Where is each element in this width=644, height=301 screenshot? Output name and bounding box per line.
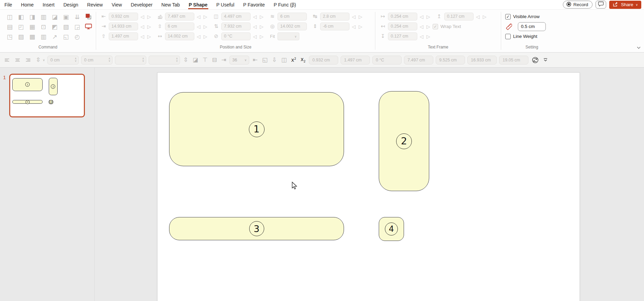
two-columns-icon[interactable]: ▣ — [63, 14, 69, 20]
fit-height-icon[interactable]: ⇳ — [182, 57, 189, 63]
chart-bars-icon[interactable]: ▨ — [18, 34, 24, 40]
center-shape-icon[interactable]: ◫ — [280, 57, 288, 63]
measure-6-input[interactable]: 16.933 cm — [467, 56, 497, 64]
font-size-select[interactable]: 36∨ — [229, 56, 249, 64]
spacing-spinner-steppers[interactable]: ∧∨ — [142, 58, 144, 62]
left-position-increase-button[interactable]: ▷ — [147, 14, 152, 19]
measure-4-input[interactable]: 7.497 cm — [404, 56, 433, 64]
visible-arrow-checkbox[interactable]: ✓Visible Arrow — [505, 14, 540, 19]
center-y-input[interactable]: 7.932 cm — [221, 23, 251, 30]
shape-4[interactable]: 4 — [379, 217, 404, 241]
resize-width-icon[interactable]: ◫ — [7, 14, 13, 20]
center-x-input[interactable]: 4.497 cm — [221, 13, 251, 20]
send-backward-icon[interactable]: ◪ — [52, 14, 58, 20]
gap-height-input[interactable]: -6 cm — [320, 23, 349, 30]
offset-y-spinner[interactable]: 0 cm∧∨ — [81, 56, 113, 64]
right-inset-increase-button[interactable]: ▷ — [426, 24, 431, 29]
record-button[interactable]: Record — [563, 1, 593, 9]
menu-tab-view[interactable]: View — [107, 0, 126, 9]
comments-button[interactable] — [596, 1, 606, 9]
ribbon-collapse-icon[interactable] — [636, 45, 641, 51]
bring-forward-icon[interactable]: ◪ — [192, 57, 199, 63]
right-inset-decrease-button[interactable]: ◁ — [419, 24, 424, 29]
duplicate-shape-icon[interactable]: ◲ — [74, 24, 80, 30]
top-inset-increase-button[interactable]: ▷ — [482, 14, 487, 19]
copy-shape-icon[interactable]: ◴ — [75, 34, 80, 40]
width-chart-icon[interactable] — [156, 14, 163, 19]
anchor-vertical-caret[interactable]: ∨ — [43, 58, 45, 62]
gap-width-icon[interactable]: ↹ — [312, 14, 318, 19]
fit-select[interactable]: ∨ — [278, 32, 299, 40]
menu-tab-review[interactable]: Review — [83, 0, 107, 9]
menu-tab-p-func-[interactable]: P Func (β) — [269, 0, 300, 9]
eye-span-icon[interactable]: ◎ — [269, 24, 276, 29]
collapse-toolbar-icon[interactable] — [542, 58, 549, 62]
top-position-icon[interactable]: ⇧ — [100, 34, 107, 39]
align-middle-edge-icon[interactable]: ⊟ — [211, 57, 218, 63]
gap-height-icon[interactable]: ⇕ — [312, 24, 318, 29]
indent-right-icon[interactable]: ⇥ — [220, 57, 227, 63]
bottom-inset-icon[interactable]: ↧ — [379, 34, 386, 39]
gap-width-increase-button[interactable]: ▷ — [358, 14, 363, 19]
equal-rows-icon[interactable]: ▦ — [29, 24, 35, 30]
shape-3[interactable]: 3 — [169, 217, 344, 240]
left-position-icon[interactable]: ⇤ — [100, 14, 107, 19]
save-layout-icon[interactable]: ⊡ — [41, 24, 46, 30]
column-down-icon[interactable]: ⇩ — [271, 57, 278, 63]
right-position-input[interactable]: 14.933 cm — [109, 23, 138, 30]
center-horizontal-icon[interactable]: ◫ — [213, 14, 220, 19]
anchor-vertical-icon[interactable]: ⇳ — [35, 57, 42, 63]
menu-tab-file[interactable]: File — [0, 0, 17, 9]
measure-5-input[interactable]: 9.525 cm — [436, 56, 465, 64]
menu-tab-p-favorite[interactable]: P Favorite — [239, 0, 269, 9]
cascade-down-icon[interactable]: ⇊ — [75, 14, 80, 20]
top-inset-icon[interactable]: ↥ — [436, 14, 443, 19]
line-weight-checkbox[interactable]: Line Weight — [505, 34, 537, 39]
present-monitor-red-icon[interactable] — [85, 23, 92, 31]
wave-spacing-icon[interactable]: ≋ — [269, 14, 276, 19]
menu-tab-home[interactable]: Home — [17, 0, 38, 9]
gap-height-decrease-button[interactable]: ◁ — [351, 24, 356, 29]
clipboard-icon[interactable]: ▥ — [41, 34, 46, 40]
height-increase-button[interactable]: ▷ — [203, 24, 208, 29]
right-inset-icon[interactable]: ↤ — [379, 24, 386, 29]
diagonal-arrow-icon[interactable]: ↗ — [52, 34, 57, 40]
height-input[interactable]: 6 cm — [165, 23, 194, 30]
outdent-left-icon[interactable]: ⇤ — [252, 57, 258, 63]
horizontal-spacing-input[interactable]: 6 cm — [278, 13, 307, 20]
bottom-inset-increase-button[interactable]: ▷ — [426, 34, 431, 39]
bring-front-red-icon[interactable] — [85, 13, 92, 21]
vertical-spacing-input[interactable]: 14.002 cm — [278, 23, 307, 30]
shape-1[interactable]: 1 — [169, 92, 344, 166]
menu-tab-developer[interactable]: Developer — [126, 0, 157, 9]
left-inset-decrease-button[interactable]: ◁ — [419, 14, 424, 19]
offset-y-spinner-steppers[interactable]: ∧∨ — [108, 58, 110, 62]
subscript-icon[interactable]: x2 — [300, 57, 307, 63]
menu-tab-p-shape[interactable]: P Shape — [184, 0, 212, 9]
distribute-vertical-icon[interactable]: ▥ — [41, 14, 46, 20]
top-position-input[interactable]: 1.497 cm — [109, 32, 138, 40]
gap-height-increase-button[interactable]: ▷ — [358, 24, 363, 29]
menu-tab-design[interactable]: Design — [59, 0, 83, 9]
right-position-icon[interactable]: ⇥ — [100, 24, 107, 29]
top-position-increase-button[interactable]: ▷ — [147, 34, 152, 39]
ruler-red-icon[interactable] — [505, 23, 512, 31]
swap-shapes-icon[interactable]: ◩ — [52, 24, 58, 30]
shape-2[interactable]: 2 — [379, 91, 429, 191]
right-inset-input[interactable]: 0.254 cm — [388, 23, 417, 30]
align-top-edge-icon[interactable]: ⊤ — [201, 57, 209, 63]
menu-tab-new-tab[interactable]: New Tab — [157, 0, 184, 9]
merge-rows-icon[interactable]: ▧ — [63, 24, 69, 30]
width-decrease-button[interactable]: ◁ — [196, 14, 201, 19]
align-shape-center-icon[interactable]: ◨ — [29, 14, 35, 20]
left-position-decrease-button[interactable]: ◁ — [140, 14, 145, 19]
stack-squares-icon[interactable]: ◱ — [63, 34, 69, 40]
spacing-spinner[interactable]: ∧∨ — [115, 56, 146, 64]
total-width-icon[interactable]: ↔ — [156, 34, 163, 39]
left-inset-icon[interactable]: ↦ — [379, 14, 386, 19]
measure-7-input[interactable]: 19.05 cm — [499, 56, 528, 64]
center-vertical-icon[interactable]: ⇅ — [213, 24, 220, 29]
distribute-horizontal-icon[interactable]: ▩ — [29, 34, 35, 40]
text-align-left-icon[interactable] — [3, 58, 11, 62]
canvas[interactable]: 1234 — [95, 68, 644, 301]
